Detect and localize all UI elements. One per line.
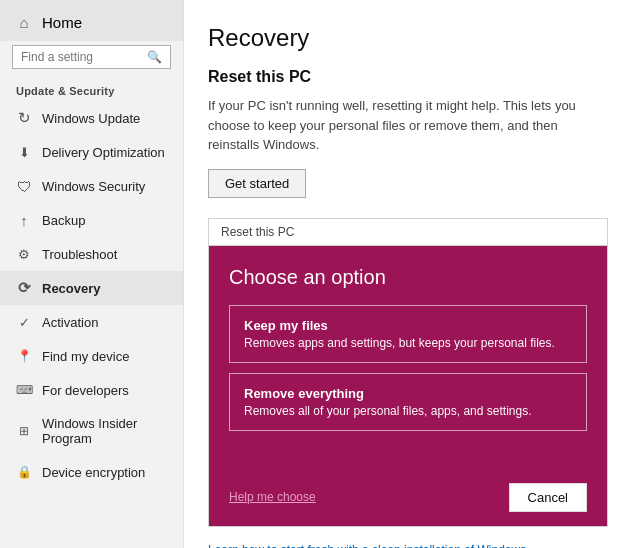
windows-security-icon: 🛡 (16, 178, 32, 194)
windows-insider-icon: ⊞ (16, 423, 32, 439)
windows-update-icon: ↻ (16, 110, 32, 126)
cancel-button[interactable]: Cancel (509, 483, 587, 512)
search-input[interactable] (21, 50, 141, 64)
sidebar-item-label: Recovery (42, 281, 101, 296)
sidebar-item-label: Device encryption (42, 465, 145, 480)
search-box[interactable]: 🔍 (12, 45, 171, 69)
sidebar-item-label: For developers (42, 383, 129, 398)
sidebar-item-label: Troubleshoot (42, 247, 117, 262)
troubleshoot-icon: ⚙ (16, 246, 32, 262)
sidebar-item-delivery-optimization[interactable]: ⬇ Delivery Optimization (0, 135, 183, 169)
sidebar-item-troubleshoot[interactable]: ⚙ Troubleshoot (0, 237, 183, 271)
clean-install-link[interactable]: Learn how to start fresh with a clean in… (208, 543, 608, 549)
reset-panel: Reset this PC Choose an option Keep my f… (208, 218, 608, 527)
choose-option-box: Choose an option Keep my files Removes a… (209, 246, 607, 471)
sidebar-item-label: Windows Update (42, 111, 140, 126)
remove-everything-title: Remove everything (244, 386, 572, 401)
remove-everything-desc: Removes all of your personal files, apps… (244, 404, 572, 418)
sidebar-item-activation[interactable]: ✓ Activation (0, 305, 183, 339)
sidebar-item-device-encryption[interactable]: 🔒 Device encryption (0, 455, 183, 489)
get-started-button[interactable]: Get started (208, 169, 306, 198)
keep-files-option[interactable]: Keep my files Removes apps and settings,… (229, 305, 587, 363)
keep-files-title: Keep my files (244, 318, 572, 333)
sidebar-item-find-my-device[interactable]: 📍 Find my device (0, 339, 183, 373)
reset-section-title: Reset this PC (208, 68, 608, 86)
keep-files-desc: Removes apps and settings, but keeps you… (244, 336, 572, 350)
recovery-icon: ⟳ (16, 280, 32, 296)
page-title: Recovery (208, 24, 608, 52)
help-me-choose-link[interactable]: Help me choose (229, 490, 316, 504)
sidebar-item-recovery[interactable]: ⟳ Recovery (0, 271, 183, 305)
sidebar-item-windows-security[interactable]: 🛡 Windows Security (0, 169, 183, 203)
delivery-optimization-icon: ⬇ (16, 144, 32, 160)
sidebar-item-label: Delivery Optimization (42, 145, 165, 160)
sidebar-section-title: Update & Security (0, 79, 183, 101)
sidebar-item-home[interactable]: ⌂ Home (0, 0, 183, 41)
sidebar-item-label: Find my device (42, 349, 129, 364)
device-encryption-icon: 🔒 (16, 464, 32, 480)
choose-footer: Help me choose Cancel (209, 471, 607, 526)
sidebar-home-label: Home (42, 14, 82, 31)
sidebar: ⌂ Home 🔍 Update & Security ↻ Windows Upd… (0, 0, 184, 548)
reset-panel-header: Reset this PC (209, 219, 607, 246)
choose-title: Choose an option (229, 266, 587, 289)
remove-everything-option[interactable]: Remove everything Removes all of your pe… (229, 373, 587, 431)
sidebar-item-label: Windows Security (42, 179, 145, 194)
sidebar-item-label: Activation (42, 315, 98, 330)
activation-icon: ✓ (16, 314, 32, 330)
reset-description: If your PC isn't running well, resetting… (208, 96, 608, 155)
for-developers-icon: ⌨ (16, 382, 32, 398)
find-my-device-icon: 📍 (16, 348, 32, 364)
sidebar-item-label: Backup (42, 213, 85, 228)
main-content: Recovery Reset this PC If your PC isn't … (184, 0, 632, 548)
home-icon: ⌂ (16, 15, 32, 31)
search-icon: 🔍 (147, 50, 162, 64)
sidebar-item-windows-update[interactable]: ↻ Windows Update (0, 101, 183, 135)
sidebar-item-backup[interactable]: ↑ Backup (0, 203, 183, 237)
sidebar-item-windows-insider[interactable]: ⊞ Windows Insider Program (0, 407, 183, 455)
backup-icon: ↑ (16, 212, 32, 228)
sidebar-item-for-developers[interactable]: ⌨ For developers (0, 373, 183, 407)
sidebar-item-label: Windows Insider Program (42, 416, 167, 446)
